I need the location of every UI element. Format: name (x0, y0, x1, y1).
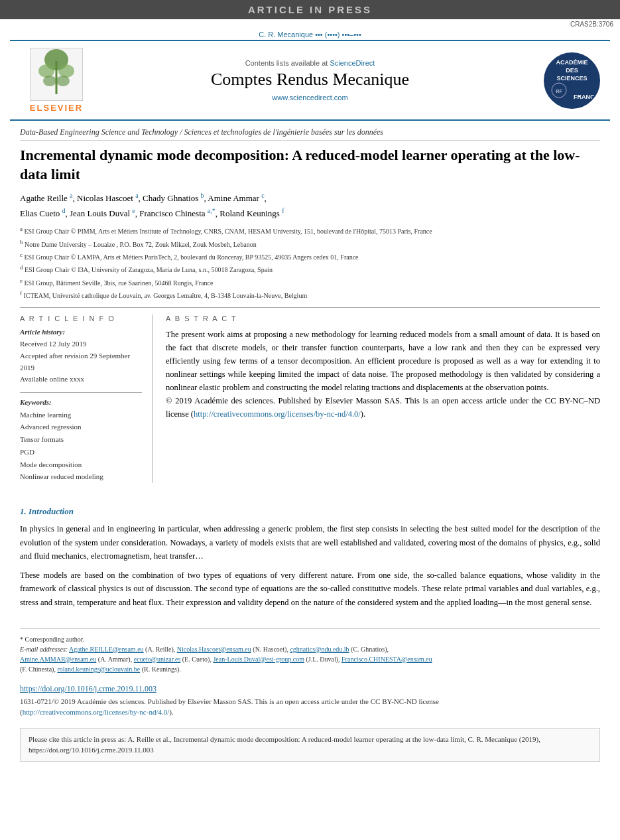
affil-b: b Notre Dame University – Louaize , P.O.… (20, 238, 600, 249)
keyword-6: Nonlinear reduced modeling (20, 470, 142, 483)
elsevier-tree-icon (30, 48, 83, 101)
sciencedirect-link[interactable]: ScienceDirect (330, 59, 375, 67)
authors-line: Agathe Reille a, Nicolas Hascoet a, Chad… (20, 190, 600, 221)
email-chinesta[interactable]: Francisco.CHINESTA@ensam.eu (341, 656, 432, 663)
elsevier-logo: ELSEVIER (20, 48, 93, 113)
intro-heading: 1. Introduction (20, 506, 600, 517)
abstract-header: A B S T R A C T (166, 315, 600, 322)
two-column-section: A R T I C L E I N F O Article history: R… (20, 307, 600, 483)
svg-point-3 (38, 64, 54, 78)
journal-logo-right: ACADÉMIEDESSCIENCES RF FRANCE (527, 52, 600, 109)
academie-logo: ACADÉMIEDESSCIENCES RF FRANCE (544, 52, 600, 109)
keyword-2: Advanced regression (20, 421, 142, 433)
accepted-date: Accepted after revision 29 September 201… (20, 350, 142, 374)
email-duval[interactable]: Jean-Louis.Duval@esi-group.com (213, 656, 304, 663)
history-label: Article history: (20, 328, 142, 336)
intro-para2: These models are based on the combinatio… (20, 569, 600, 610)
keywords-section: Keywords: Machine learning Advanced regr… (20, 392, 142, 483)
email-keunings[interactable]: roland.keunings@uclouvain.be (57, 665, 140, 673)
affil-e: e ESI Group, Bâtiment Seville, 3bis, rue… (20, 277, 600, 288)
svg-text:RF: RF (556, 89, 562, 94)
email-ammar[interactable]: Amine.AMMAR@ensam.eu (20, 656, 96, 663)
elsevier-wordmark: ELSEVIER (30, 103, 83, 113)
keywords-label: Keywords: (20, 398, 142, 406)
affil-d: d ESI Group Chair © I3A, University of Z… (20, 263, 600, 275)
article-title: Incremental dynamic mode decomposition: … (20, 146, 600, 184)
cc-license-link[interactable]: http://creativecommons.org/licenses/by-n… (194, 409, 361, 419)
journal-url[interactable]: www.sciencedirect.com (93, 94, 527, 102)
svg-point-6 (56, 76, 70, 86)
citation-box: Please cite this article in press as: A.… (20, 728, 600, 762)
footnotes-section: * Corresponding author. E-mail addresses… (20, 628, 600, 674)
affiliations: a ESI Group Chair © PIMM, Arts et Métier… (20, 225, 600, 301)
affil-f: f ICTEAM, Université catholique de Louva… (20, 289, 600, 301)
corresponding-author-note: * Corresponding author. (20, 634, 600, 644)
article-topic: Data-Based Engineering Science and Techn… (20, 127, 600, 141)
license-text: 1631-0721/© 2019 Académie des sciences. … (20, 696, 600, 718)
svg-point-5 (43, 76, 56, 86)
journal-header: ELSEVIER Contents lists available at Sci… (10, 40, 610, 121)
email-reille[interactable]: Agathe.REILLE@ensam.eu (69, 646, 144, 653)
journal-center: Contents lists available at ScienceDirec… (93, 59, 527, 102)
doi-link[interactable]: https://doi.org/10.1016/j.crme.2019.11.0… (20, 684, 600, 694)
article-info-header: A R T I C L E I N F O (20, 315, 142, 322)
intro-para1: In physics in general and in engineering… (20, 522, 600, 563)
academie-emblem-icon: RF (546, 82, 572, 99)
aip-banner: ARTICLE IN PRESS (0, 0, 620, 19)
affil-a: a ESI Group Chair © PIMM, Arts et Métier… (20, 225, 600, 236)
keyword-5: Mode decomposition (20, 458, 142, 471)
article-info-col: A R T I C L E I N F O Article history: R… (20, 315, 153, 483)
keyword-1: Machine learning (20, 409, 142, 421)
received-date: Received 12 July 2019 (20, 338, 142, 350)
article-body: Data-Based Engineering Science and Techn… (0, 121, 620, 493)
doi-cc-link[interactable]: http://creativecommons.org/licenses/by-n… (23, 708, 170, 716)
email-ghnatios[interactable]: cghnatics@ndu.edu.lb (290, 646, 349, 653)
email-cueto[interactable]: ecueto@unizar.es (134, 656, 181, 663)
abstract-text: The present work aims at proposing a new… (166, 328, 600, 421)
keyword-3: Tensor formats (20, 433, 142, 446)
email-hascoet[interactable]: Nicolas.Hascoet@ensam.eu (177, 646, 251, 653)
journal-title: Comptes Rendus Mecanique (93, 70, 527, 90)
contents-line: Contents lists available at ScienceDirec… (93, 59, 527, 67)
aip-text: ARTICLE IN PRESS (248, 4, 372, 15)
doi-section: https://doi.org/10.1016/j.crme.2019.11.0… (0, 681, 620, 721)
available-online: Available online xxxx (20, 374, 142, 385)
email-footnote: E-mail addresses: Agathe.REILLE@ensam.eu… (20, 644, 600, 674)
main-content: 1. Introduction In physics in general an… (0, 493, 620, 622)
svg-point-4 (58, 64, 74, 78)
top-ref: CRAS2B:3706 (0, 19, 620, 29)
journal-line: C. R. Mecanique ••• (••••) •••–••• (0, 29, 620, 40)
affil-c: c ESI Group Chair © LAMPA, Arts et Métie… (20, 251, 600, 262)
abstract-col: A B S T R A C T The present work aims at… (166, 315, 600, 483)
keyword-4: PGD (20, 446, 142, 458)
